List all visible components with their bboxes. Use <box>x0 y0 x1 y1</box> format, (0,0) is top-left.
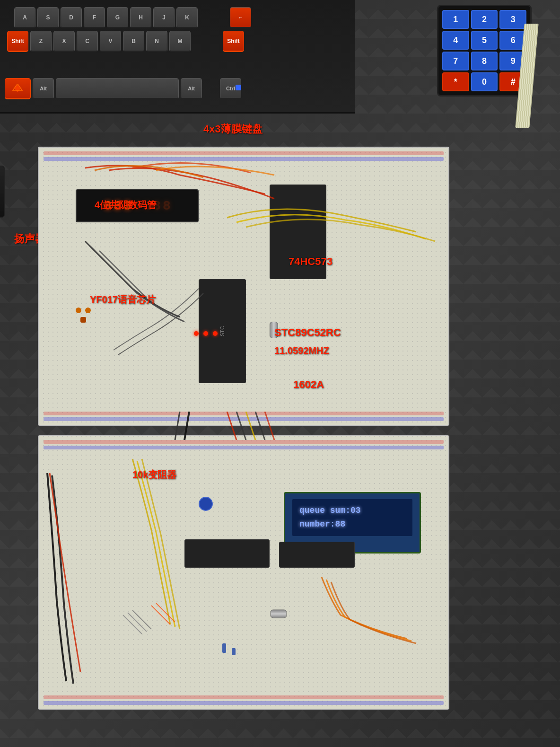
key-g[interactable]: G <box>107 7 128 28</box>
lcd-text-area: queue sum:03 number:88 <box>292 499 412 536</box>
key-a[interactable]: A <box>14 7 35 28</box>
key-n[interactable]: N <box>146 31 167 52</box>
label-keypad: 4x3薄膜键盘 <box>203 122 262 136</box>
key-c[interactable]: C <box>77 31 98 52</box>
key-b[interactable]: B <box>123 31 144 52</box>
yf017-area <box>66 279 123 364</box>
lcd-line2: number:88 <box>299 518 405 531</box>
key-f[interactable]: F <box>84 7 105 28</box>
key-j[interactable]: J <box>153 7 175 28</box>
key-k[interactable]: K <box>176 7 198 28</box>
numpad-grid: 1 2 3 4 5 6 7 8 9 * 0 # <box>442 10 526 91</box>
keyboard-row-4: AIt Alt Ctrl <box>0 78 246 99</box>
numpad-5[interactable]: 5 <box>471 31 498 50</box>
numpad-8[interactable]: 8 <box>471 52 498 70</box>
label-stc-chip: STC89C52RC <box>274 326 341 339</box>
led-3 <box>213 331 218 336</box>
numpad-1[interactable]: 1 <box>442 10 469 29</box>
keyboard-row-1: A S D F G H J K ← <box>0 7 265 28</box>
crystal-bottom <box>271 610 287 618</box>
key-space[interactable] <box>56 78 179 99</box>
breadboard-top: 8 8 3 8 8 8 8 STC <box>38 147 449 426</box>
label-seg-display: 4位共阴数码管 <box>95 199 157 211</box>
keyboard-row-2: Shift Z X C V B N M Shift <box>0 31 251 52</box>
lcd-line1: queue sum:03 <box>299 504 405 518</box>
numpad-2[interactable]: 2 <box>471 10 498 29</box>
key-shift-right[interactable]: Shift <box>223 31 244 52</box>
ic-bottom-2 <box>279 542 355 568</box>
potentiometer <box>199 497 213 511</box>
svg-marker-0 <box>14 85 21 92</box>
speaker-component: BS-U26 <box>0 166 5 218</box>
label-crystal-freq: 11.0592MHZ <box>274 345 329 356</box>
breadboard-bottom: queue sum:03 number:88 <box>38 435 449 710</box>
seg-digit-7: 8 <box>163 199 171 213</box>
key-x[interactable]: X <box>53 31 75 52</box>
ic-bottom-1 <box>184 539 270 568</box>
label-74hc573: 74HC573 <box>289 255 332 268</box>
key-alt[interactable]: AIt <box>33 78 54 99</box>
label-lcd: 1602A <box>293 378 324 391</box>
label-potentiometer: 10k变阻器 <box>132 468 176 481</box>
numpad-4[interactable]: 4 <box>442 31 469 50</box>
key-d[interactable]: D <box>61 7 82 28</box>
label-voice-chip: YF017语音芯片 <box>90 293 156 306</box>
led-2 <box>203 331 208 336</box>
key-logo[interactable] <box>5 78 31 99</box>
key-v[interactable]: V <box>100 31 121 52</box>
key-s[interactable]: S <box>37 7 59 28</box>
key-shift-left[interactable]: Shift <box>7 31 28 52</box>
numpad-star[interactable]: * <box>442 72 469 91</box>
numpad-7[interactable]: 7 <box>442 52 469 70</box>
key-m[interactable]: M <box>169 31 191 52</box>
keyboard-area: A S D F G H J K ← Shift Z X C V B N M Sh… <box>0 0 355 114</box>
numpad: 1 2 3 4 5 6 7 8 9 * 0 # <box>437 5 532 97</box>
numpad-0[interactable]: 0 <box>471 72 498 91</box>
numpad-3[interactable]: 3 <box>499 10 526 29</box>
key-z[interactable]: Z <box>30 31 52 52</box>
key-alt-right[interactable]: Alt <box>181 78 202 99</box>
key-h[interactable]: H <box>130 7 151 28</box>
led-1 <box>194 331 199 336</box>
key-arrow[interactable]: ← <box>230 7 251 28</box>
